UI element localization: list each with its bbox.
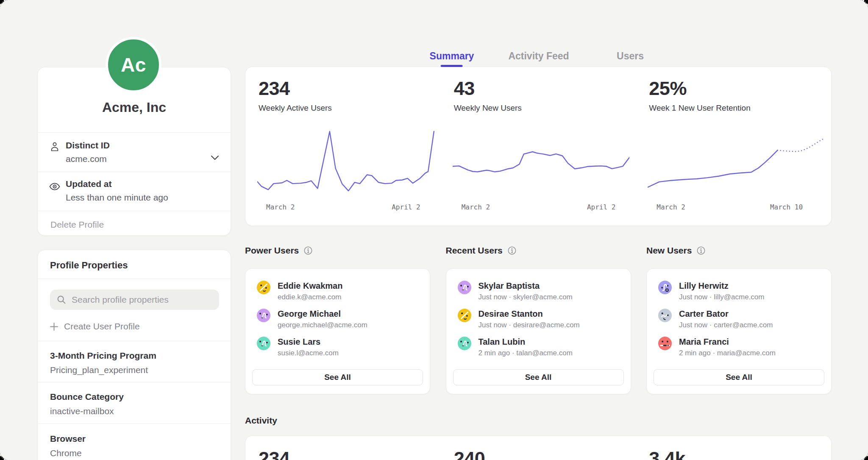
user-avatar — [658, 281, 672, 294]
stat-value: 25% — [649, 79, 687, 98]
see-all-button[interactable]: See All — [453, 369, 624, 385]
user-row[interactable]: George Michael george.michael@acme.com — [257, 309, 421, 329]
profile-tabs: Summary Activity Feed Users — [245, 47, 832, 68]
power-users-card: Eddie Kwakman eddie.k@acme.com George Mi… — [245, 268, 430, 394]
activity-stat-value: 240 — [454, 449, 485, 460]
user-row[interactable]: Desirae Stanton Just now · desirare@acme… — [458, 309, 622, 329]
search-icon — [57, 295, 66, 304]
new-users-card: Lilly Herwitz Just now · lilly@acme.com … — [646, 268, 832, 394]
user-meta: 2 min ago · talan@acme.com — [479, 348, 573, 357]
stat-weekly-new-users: 43 Weekly New Users March 2 April 2 — [441, 67, 636, 226]
profile-properties-title: Profile Properties — [50, 260, 128, 271]
week1-retention-chart — [648, 127, 825, 195]
divider — [38, 172, 231, 172]
x-axis-label: April 2 — [587, 203, 615, 211]
stat-week1-retention: 25% Week 1 New User Retention March 2 Ma… — [636, 67, 831, 226]
user-name: George Michael — [278, 309, 367, 319]
search-input[interactable] — [72, 295, 212, 305]
property-name: Bounce Category — [50, 392, 124, 402]
user-row[interactable]: Eddie Kwakman eddie.k@acme.com — [257, 281, 421, 301]
user-row[interactable]: Susie Lars susie.l@acme.com — [257, 337, 421, 357]
user-avatar — [658, 337, 672, 350]
info-icon[interactable] — [304, 246, 312, 255]
user-meta: Just now · carter@acme.com — [679, 321, 773, 329]
user-sections: Power Users Eddie Kwakman eddie.k@acme.c… — [245, 245, 832, 394]
profile-properties-search[interactable] — [50, 290, 219, 310]
property-value: Chrome — [50, 448, 82, 458]
section-recent-users: Recent Users Skylar Baptista Just now · … — [446, 245, 631, 394]
active-tab-underline — [441, 65, 463, 67]
company-avatar: Ac — [106, 37, 161, 93]
activity-stat-col: 3.4k — [636, 436, 831, 460]
stat-label: Weekly New Users — [454, 103, 522, 113]
distinct-id-value: acme.com — [66, 154, 107, 164]
stat-weekly-active-users: 234 Weekly Active Users March 2 April 2 — [245, 67, 441, 226]
user-row[interactable]: Maria Franci 2 min ago · maria@acme.com — [658, 337, 823, 357]
divider — [38, 211, 231, 211]
see-all-button[interactable]: See All — [252, 369, 423, 385]
user-avatar — [658, 309, 672, 322]
activity-stat-col: 234 — [245, 436, 441, 460]
user-row[interactable]: Lilly Herwitz Just now · lilly@acme.com — [658, 281, 823, 301]
x-axis-label: April 2 — [392, 203, 420, 211]
stat-value: 234 — [259, 79, 290, 98]
tab-summary-label: Summary — [430, 50, 474, 61]
user-name: Susie Lars — [278, 337, 339, 347]
tab-activity-feed[interactable]: Activity Feed — [508, 50, 569, 62]
weekly-new-users-chart — [453, 127, 630, 195]
user-meta: 2 min ago · maria@acme.com — [679, 348, 776, 357]
user-name: Eddie Kwakman — [278, 281, 342, 291]
section-title: Recent Users — [446, 245, 503, 256]
section-title: New Users — [646, 245, 692, 256]
divider — [38, 341, 231, 341]
user-avatar — [458, 309, 471, 322]
eye-icon — [49, 183, 60, 190]
section-title: Power Users — [245, 245, 299, 256]
tab-users[interactable]: Users — [617, 50, 644, 62]
create-user-profile-label: Create User Profile — [64, 321, 140, 332]
divider — [38, 424, 231, 424]
user-avatar — [257, 337, 270, 350]
user-avatar — [458, 337, 471, 350]
company-name: Acme, Inc — [38, 100, 231, 115]
app-window: Ac Acme, Inc Distinct ID acme.com Update… — [0, 0, 868, 460]
user-name: Carter Bator — [679, 309, 773, 319]
divider — [38, 279, 231, 279]
chevron-down-icon[interactable] — [211, 155, 219, 160]
user-email: george.michael@acme.com — [278, 321, 367, 329]
x-axis-label: March 2 — [657, 203, 685, 211]
stat-value: 43 — [454, 79, 475, 98]
tab-users-label: Users — [617, 50, 644, 61]
user-row[interactable]: Talan Lubin 2 min ago · talan@acme.com — [458, 337, 622, 357]
user-meta: Just now · desirare@acme.com — [479, 321, 580, 329]
section-power-users: Power Users Eddie Kwakman eddie.k@acme.c… — [245, 245, 430, 394]
create-user-profile-button[interactable]: Create User Profile — [50, 320, 140, 333]
activity-stat-value: 234 — [259, 449, 290, 460]
plus-icon — [50, 323, 58, 331]
user-meta: Just now · lilly@acme.com — [679, 293, 764, 301]
profile-properties-card: Profile Properties Create User Profile 3… — [37, 250, 231, 460]
delete-profile-link[interactable]: Delete Profile — [50, 220, 104, 230]
activity-card: 234 240 3.4k — [245, 435, 832, 460]
summary-card: 234 Weekly Active Users March 2 April 2 … — [245, 67, 832, 226]
distinct-id-label: Distinct ID — [66, 140, 110, 151]
user-row[interactable]: Carter Bator Just now · carter@acme.com — [658, 309, 823, 329]
divider — [38, 132, 231, 133]
property-name: Browser — [50, 434, 86, 444]
property-value: Pricing_plan_experiment — [50, 365, 148, 375]
activity-title: Activity — [245, 415, 277, 426]
tab-summary[interactable]: Summary — [430, 50, 474, 62]
info-icon[interactable] — [508, 246, 516, 255]
user-avatar — [257, 281, 270, 294]
info-icon[interactable] — [697, 246, 705, 255]
person-icon — [50, 142, 59, 152]
user-name: Skylar Baptista — [479, 281, 573, 291]
updated-at-label: Updated at — [66, 179, 112, 189]
stat-label: Weekly Active Users — [259, 103, 332, 113]
section-new-users: New Users Lilly Herwitz Just now · lilly… — [646, 245, 832, 394]
user-row[interactable]: Skylar Baptista Just now · skyler@acme.c… — [458, 281, 622, 301]
user-name: Lilly Herwitz — [679, 281, 764, 291]
user-name: Talan Lubin — [479, 337, 573, 347]
see-all-button[interactable]: See All — [654, 369, 824, 385]
user-meta: Just now · skyler@acme.com — [479, 293, 573, 301]
